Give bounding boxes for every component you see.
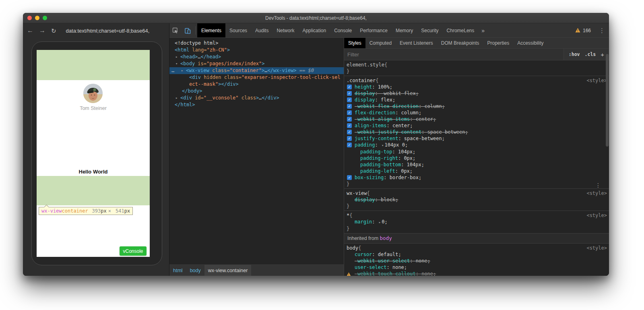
property-checkbox[interactable]: ✓ (347, 97, 352, 102)
dom-node[interactable]: ▾<body is="pages/index/index"> (169, 60, 344, 67)
css-property-align-items[interactable]: ✓align-items: center; (344, 122, 609, 129)
breadcrumb-html[interactable]: html (169, 265, 186, 276)
css-property--webkit-justify-content[interactable]: ✓-webkit-justify-content: space-between; (344, 129, 609, 135)
new-style-rule-button[interactable]: + (601, 51, 604, 58)
styles-tab-properties[interactable]: Properties (483, 38, 513, 48)
zoom-window-button[interactable] (43, 16, 47, 20)
dom-node[interactable]: ▸<head>…</head> (169, 54, 344, 60)
css-property--webkit-touch-callout[interactable]: -webkit-touch-callout: none; (344, 271, 609, 276)
property-checkbox[interactable]: ✓ (347, 143, 352, 147)
devtools-tab-sources[interactable]: Sources (225, 23, 251, 37)
rule-origin-link[interactable]: <style> (586, 245, 609, 251)
rule-selector[interactable]: element.style (347, 62, 384, 68)
forward-icon[interactable]: → (39, 27, 45, 34)
css-property-flex-direction[interactable]: ✓flex-direction: column; (344, 110, 609, 116)
rule-selector[interactable]: body (347, 245, 358, 251)
property-checkbox[interactable]: ✓ (347, 175, 352, 180)
css-property-height[interactable]: ✓height: 100%; (344, 84, 609, 90)
warning-icon[interactable] (575, 27, 580, 34)
dom-node[interactable]: <div hidden class="exparser-inspector-to… (169, 74, 344, 88)
rule-menu-kebab-icon[interactable]: ⋮ (595, 182, 601, 188)
dom-node[interactable]: ▸<div id="__vconsole" class>…</div> (169, 95, 344, 101)
devtools-tab-performance[interactable]: Performance (356, 23, 392, 37)
inspect-element-icon[interactable] (169, 23, 182, 37)
devtools-tab-console[interactable]: Console (330, 23, 356, 37)
devtools-tab-security[interactable]: Security (417, 23, 442, 37)
devtools-menu-kebab-icon[interactable]: ⋮ (599, 27, 605, 34)
property-checkbox[interactable]: ✓ (347, 123, 352, 128)
devtools-tab-application[interactable]: Application (298, 23, 330, 37)
shorthand-expand-icon[interactable]: ▾ (382, 143, 384, 147)
node-menu-dots[interactable]: … (171, 67, 175, 74)
property-checkbox[interactable]: ✓ (347, 110, 352, 115)
devtools-tabbar: ElementsSourcesAuditsNetworkApplicationC… (197, 23, 478, 37)
css-property-cursor[interactable]: cursor: default; (344, 251, 609, 258)
minimize-window-button[interactable] (35, 16, 39, 20)
twisty-right-icon[interactable]: ▸ (175, 95, 178, 101)
tab-overflow-chevron[interactable]: » (478, 23, 488, 37)
dom-node-text: <div hidden class="exparser-inspector-to… (169, 74, 344, 88)
vconsole-button[interactable]: vConsole (120, 246, 147, 256)
rule-origin-link[interactable]: <style> (586, 212, 609, 219)
css-property-padding-bottom[interactable]: padding-bottom: 104px; (344, 161, 609, 168)
dom-node[interactable]: …▸<wx-view class="container">…</wx-view>… (169, 67, 344, 74)
devtools-tab-chromelens[interactable]: ChromeLens (443, 23, 479, 37)
rule-selector[interactable]: * (347, 212, 349, 219)
styles-tab-styles[interactable]: Styles (344, 38, 365, 48)
rule-origin-link[interactable]: <style> (586, 190, 609, 196)
css-property--webkit-user-select[interactable]: -webkit-user-select: none; (344, 258, 609, 264)
devtools-tab-network[interactable]: Network (272, 23, 298, 37)
dom-node[interactable]: </html> (169, 101, 344, 108)
warning-count[interactable]: 166 (583, 28, 591, 33)
css-property-display[interactable]: ✓display: flex; (344, 97, 609, 103)
styles-tab-accessibility[interactable]: Accessibility (513, 38, 547, 48)
css-property-display[interactable]: display: block; (344, 196, 609, 203)
back-icon[interactable]: ← (27, 27, 33, 34)
address-url[interactable]: data:text/html;charset=utf-8;base64, (66, 28, 150, 34)
property-checkbox[interactable]: ✓ (347, 104, 352, 109)
css-property--webkit-align-items[interactable]: ✓-webkit-align-items: center; (344, 116, 609, 122)
dom-node[interactable]: <html lang="zh-CN"> (169, 47, 344, 54)
devtools-tab-elements[interactable]: Elements (197, 23, 225, 37)
pseudo-state-toggle[interactable]: :hov (569, 52, 580, 57)
styles-filter-input[interactable] (344, 49, 564, 60)
scrollbar-thumb[interactable] (606, 54, 609, 147)
css-property-box-sizing[interactable]: ✓box-sizing: border-box; (344, 174, 609, 181)
rule-selector[interactable]: wx-view (347, 190, 367, 196)
css-property-padding-top[interactable]: padding-top: 104px; (344, 149, 609, 155)
css-property-justify-content[interactable]: ✓justify-content: space-between; (344, 135, 609, 142)
css-property--webkit-flex-direction[interactable]: ✓-webkit-flex-direction: column; (344, 103, 609, 110)
shorthand-expand-icon[interactable]: ▸ (379, 220, 381, 224)
css-property-padding-left[interactable]: padding-left: 0px; (344, 168, 609, 174)
dom-node[interactable]: </body> (169, 88, 344, 95)
inherited-node-link[interactable]: body (380, 235, 392, 241)
twisty-right-icon[interactable]: ▸ (175, 54, 178, 60)
css-property-padding-right[interactable]: padding-right: 0px; (344, 155, 609, 161)
breadcrumb-body[interactable]: body (186, 265, 204, 276)
devtools-tab-audits[interactable]: Audits (251, 23, 272, 37)
twisty-right-icon[interactable]: ▸ (181, 67, 183, 74)
css-property-margin[interactable]: margin: ▸0; (344, 219, 609, 225)
rule-selector[interactable]: .container (347, 77, 376, 84)
css-property-padding[interactable]: ✓padding: ▾104px 0; (344, 142, 609, 149)
devtools-tab-memory[interactable]: Memory (392, 23, 417, 37)
property-checkbox[interactable]: ✓ (347, 136, 352, 141)
elements-panel: <!doctype html><html lang="zh-CN">▸<head… (169, 38, 344, 276)
property-checkbox[interactable]: ✓ (347, 91, 352, 96)
twisty-down-icon[interactable]: ▾ (175, 60, 178, 67)
dom-node[interactable]: <!doctype html> (169, 40, 344, 47)
breadcrumb-wx-view-container[interactable]: wx-view.container (204, 265, 252, 276)
css-property-display[interactable]: ✓display: -webkit-flex; (344, 90, 609, 97)
css-property-user-select[interactable]: user-select: none; (344, 264, 609, 271)
property-checkbox[interactable]: ✓ (347, 85, 352, 89)
property-checkbox[interactable]: ✓ (347, 130, 352, 134)
close-window-button[interactable] (27, 16, 32, 20)
breadcrumb: htmlbodywx-view.container (169, 265, 344, 276)
reload-icon[interactable]: ↻ (51, 28, 56, 34)
element-classes-toggle[interactable]: .cls (585, 52, 596, 57)
styles-tab-event-listeners[interactable]: Event Listeners (396, 38, 437, 48)
styles-tab-computed[interactable]: Computed (365, 38, 396, 48)
styles-tab-dom-breakpoints[interactable]: DOM Breakpoints (437, 38, 483, 48)
device-toolbar-icon[interactable] (182, 23, 194, 37)
property-checkbox[interactable]: ✓ (347, 117, 352, 122)
